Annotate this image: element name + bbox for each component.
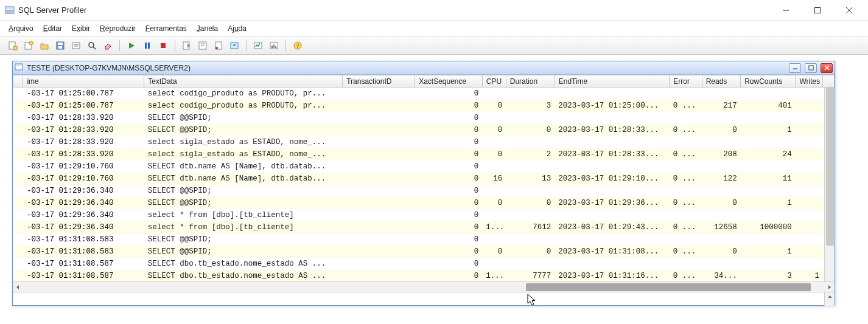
menu-exibir[interactable]: Exibir bbox=[72, 24, 90, 33]
cell[interactable]: select * from [dbo].[tb_cliente] bbox=[144, 209, 343, 221]
replay-breakpoint-icon[interactable] bbox=[212, 39, 225, 52]
cell[interactable]: SELECT @@SPID; bbox=[144, 233, 343, 246]
cell[interactable]: 2023-03-17 01:28:33... bbox=[555, 148, 670, 160]
cell[interactable] bbox=[13, 160, 23, 173]
cell[interactable] bbox=[702, 160, 741, 173]
cell[interactable] bbox=[506, 136, 555, 148]
menu-editar[interactable]: Editar bbox=[43, 24, 62, 33]
col-xactseq[interactable]: XactSequence bbox=[415, 75, 483, 88]
cell[interactable] bbox=[482, 160, 506, 173]
cell[interactable]: 122 bbox=[702, 173, 741, 185]
table-row[interactable]: -03-17 01:25:00.787select codigo_produto… bbox=[13, 100, 835, 112]
horizontal-scrollbar[interactable] bbox=[13, 281, 835, 292]
vertical-scroll-thumb[interactable] bbox=[826, 88, 834, 246]
cell[interactable]: 217 bbox=[702, 100, 741, 112]
cell[interactable]: 0 bbox=[506, 124, 555, 136]
cell[interactable] bbox=[343, 88, 415, 100]
cell[interactable]: 2023-03-17 01:25:00... bbox=[555, 100, 670, 112]
cell[interactable]: 3 bbox=[741, 270, 796, 282]
cell[interactable]: select codigo_produto as PRODUTO, pr... bbox=[144, 88, 343, 100]
table-row[interactable]: -03-17 01:29:36.340SELECT @@SPID;0002023… bbox=[13, 197, 835, 209]
cell[interactable] bbox=[343, 233, 415, 246]
cell[interactable] bbox=[741, 160, 796, 173]
cell[interactable]: 0 bbox=[415, 233, 483, 246]
table-row[interactable]: -03-17 01:28:33.920select sigla_estado a… bbox=[13, 148, 835, 160]
cell[interactable]: 1 bbox=[796, 270, 823, 282]
cell[interactable]: -03-17 01:31:08.587 bbox=[23, 258, 144, 270]
cell[interactable]: -03-17 01:29:36.340 bbox=[23, 209, 144, 221]
cell[interactable]: 0 bbox=[482, 246, 506, 258]
cell[interactable]: 208 bbox=[702, 148, 741, 160]
cell[interactable] bbox=[670, 258, 702, 270]
cell[interactable] bbox=[702, 185, 741, 197]
cell[interactable]: SELECT dbo.tb_estado.nome_estado AS ... bbox=[144, 270, 343, 282]
cell[interactable]: 0 bbox=[415, 112, 483, 124]
cell[interactable]: 7777 bbox=[506, 270, 555, 282]
cell[interactable] bbox=[796, 233, 823, 246]
new-trace-icon[interactable] bbox=[6, 39, 19, 52]
cell[interactable]: 0 bbox=[415, 124, 483, 136]
cell[interactable] bbox=[343, 112, 415, 124]
col-endtime[interactable]: EndTime bbox=[555, 75, 670, 88]
col-error[interactable]: Error bbox=[670, 75, 702, 88]
cell[interactable]: 0 bbox=[415, 209, 483, 221]
col-transactionid[interactable]: TransactionID bbox=[343, 75, 415, 88]
cell[interactable] bbox=[343, 209, 415, 221]
cell[interactable]: -03-17 01:31:08.587 bbox=[23, 270, 144, 282]
cell[interactable] bbox=[482, 185, 506, 197]
cell[interactable] bbox=[555, 88, 670, 100]
col-ime[interactable]: ime bbox=[23, 75, 144, 88]
cell[interactable] bbox=[741, 88, 796, 100]
tuning-advisor-icon[interactable] bbox=[251, 39, 265, 52]
col-writes[interactable]: Writes bbox=[796, 75, 823, 88]
cell[interactable]: 2023-03-17 01:29:10... bbox=[555, 173, 670, 185]
eraser-icon[interactable] bbox=[101, 39, 114, 52]
table-row[interactable]: -03-17 01:28:33.920select sigla_estado a… bbox=[13, 136, 835, 148]
menu-arquivo[interactable]: Arquivo bbox=[9, 24, 33, 33]
cell[interactable] bbox=[796, 88, 823, 100]
cell[interactable] bbox=[555, 160, 670, 173]
menu-ajuda[interactable]: Ajuda bbox=[228, 24, 247, 33]
cell[interactable] bbox=[343, 173, 415, 185]
cell[interactable] bbox=[555, 233, 670, 246]
cell[interactable]: 1000000 bbox=[741, 221, 796, 233]
properties-icon[interactable] bbox=[69, 39, 83, 52]
table-row[interactable]: -03-17 01:28:33.920SELECT @@SPID;0 bbox=[13, 112, 835, 124]
cell[interactable] bbox=[796, 124, 823, 136]
cell[interactable] bbox=[13, 88, 23, 100]
cell[interactable] bbox=[482, 136, 506, 148]
row-header-corner[interactable] bbox=[13, 75, 23, 88]
cell[interactable]: 0 ... bbox=[670, 270, 702, 282]
cell[interactable] bbox=[702, 136, 741, 148]
close-button[interactable] bbox=[835, 1, 863, 20]
cell[interactable]: select sigla_estado as ESTADO, nome_... bbox=[144, 148, 343, 160]
open-file-icon[interactable] bbox=[38, 39, 51, 52]
cell[interactable]: 0 bbox=[702, 246, 741, 258]
cell[interactable]: 24 bbox=[741, 148, 796, 160]
table-row[interactable]: -03-17 01:28:33.920SELECT @@SPID;0002023… bbox=[13, 124, 835, 136]
cell[interactable] bbox=[741, 136, 796, 148]
cell[interactable]: 0 bbox=[506, 197, 555, 209]
cell[interactable]: -03-17 01:28:33.920 bbox=[23, 148, 144, 160]
cell[interactable]: 2023-03-17 01:28:33... bbox=[555, 124, 670, 136]
cell[interactable] bbox=[506, 233, 555, 246]
cell[interactable]: 0 bbox=[482, 100, 506, 112]
vertical-scrollbar[interactable] bbox=[824, 88, 835, 295]
cell[interactable] bbox=[506, 88, 555, 100]
cell[interactable]: 2023-03-17 01:29:43... bbox=[555, 221, 670, 233]
cell[interactable]: 3 bbox=[506, 100, 555, 112]
cell[interactable] bbox=[670, 160, 702, 173]
cell[interactable]: SELECT dtb.name AS [Name], dtb.datab... bbox=[144, 160, 343, 173]
column-header-row[interactable]: ime TextData TransactionID XactSequence … bbox=[13, 75, 835, 88]
cell[interactable] bbox=[702, 88, 741, 100]
cell[interactable] bbox=[796, 100, 823, 112]
cell[interactable] bbox=[13, 258, 23, 270]
cell[interactable] bbox=[13, 124, 23, 136]
cell[interactable]: 0 bbox=[702, 124, 741, 136]
cell[interactable]: -03-17 01:29:36.340 bbox=[23, 185, 144, 197]
cell[interactable]: 0 bbox=[415, 148, 483, 160]
cell[interactable]: 1... bbox=[482, 221, 506, 233]
cell[interactable] bbox=[796, 246, 823, 258]
cell[interactable] bbox=[343, 136, 415, 148]
cell[interactable] bbox=[702, 112, 741, 124]
